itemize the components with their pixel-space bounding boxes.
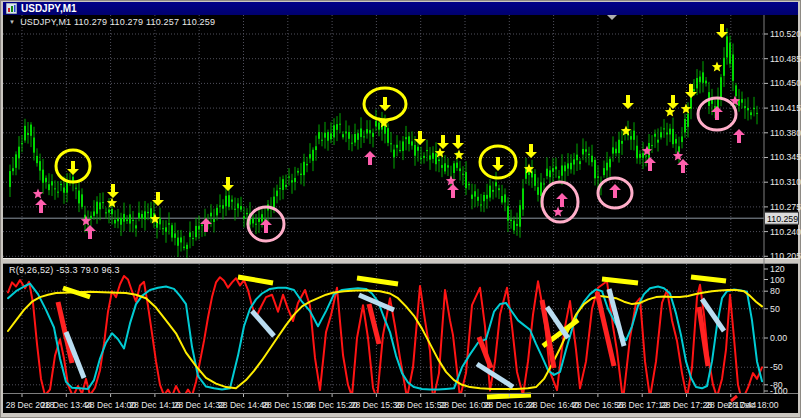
price-tick: 110.520 xyxy=(770,29,801,39)
price-tick: 110.450 xyxy=(770,78,801,88)
quote-text: USDJPY,M1 110.279 110.279 110.257 110.25… xyxy=(20,17,215,27)
window-icon xyxy=(6,3,17,14)
indicator-scale-tick: 80 xyxy=(770,286,780,296)
price-tick: 110.240 xyxy=(770,227,801,237)
indicator-scale-tick: -50 xyxy=(770,362,783,372)
price-tick: 110.345 xyxy=(770,152,801,162)
quote-bar: ▼ USDJPY,M1 110.279 110.279 110.257 110.… xyxy=(9,17,215,27)
price-tick: 110.310 xyxy=(770,177,801,187)
indicator-scale-tick: 0.00 xyxy=(770,333,787,343)
current-price-box: 110.259 xyxy=(765,212,799,224)
time-tick: 28 Dec 18:00 xyxy=(727,400,778,410)
indicator-scale-tick: -100 xyxy=(770,386,788,396)
price-tick: 110.415 xyxy=(770,103,801,113)
chart-canvas[interactable]: 110.520110.485110.450110.415110.380110.3… xyxy=(0,0,801,418)
current-price-label: 110.259 xyxy=(767,214,798,224)
indicator-label: R(9,26,52) -53.3 79.0 96.3 xyxy=(9,265,120,275)
window-separator[interactable] xyxy=(3,258,798,264)
price-tick: 110.205 xyxy=(770,251,801,261)
indicator-scale-tick: 100 xyxy=(770,275,785,285)
window-titlebar[interactable]: USDJPY,M1 xyxy=(3,2,798,15)
dropdown-triangle-icon[interactable]: ▼ xyxy=(9,19,15,25)
price-tick: 110.485 xyxy=(770,54,801,64)
price-tick: 110.275 xyxy=(770,202,801,212)
mt4-chart-window: 110.520110.485110.450110.415110.380110.3… xyxy=(0,0,801,418)
price-tick: 110.380 xyxy=(770,128,801,138)
indicator-scale-tick: 50 xyxy=(770,304,780,314)
indicator-scale-tick: 120 xyxy=(770,264,785,274)
window-title: USDJPY,M1 xyxy=(21,3,77,14)
